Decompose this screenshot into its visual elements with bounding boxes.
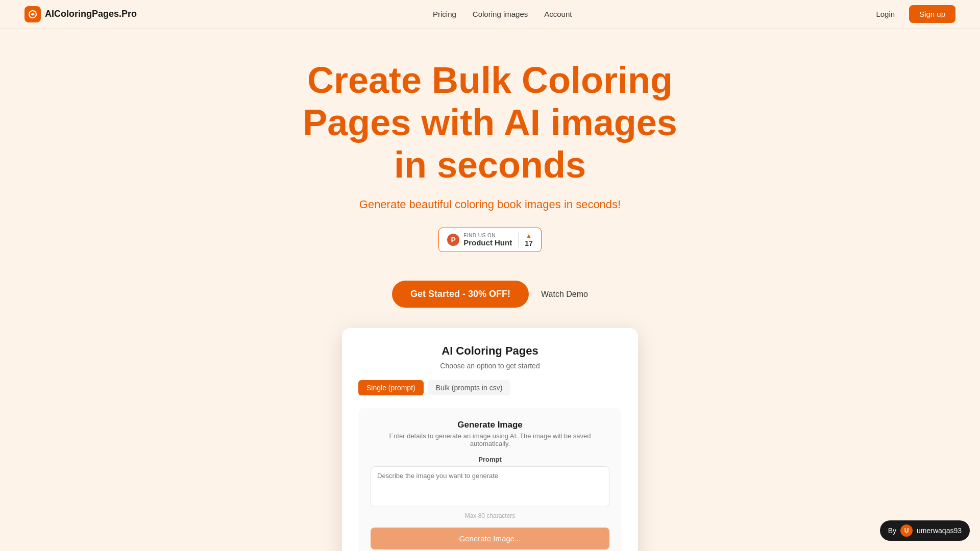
ph-name: Product Hunt <box>463 238 512 247</box>
username: umerwaqas93 <box>917 527 962 535</box>
cta-row: Get Started - 30% OFF! Watch Demo <box>10 281 970 308</box>
logo-icon <box>24 6 41 22</box>
tab-row: Single (prompt) Bulk (prompts in csv) <box>358 380 622 395</box>
logo-text: AIColoringPages.Pro <box>45 9 137 19</box>
signup-button[interactable]: Sign up <box>909 5 955 23</box>
prompt-textarea[interactable] <box>371 466 609 507</box>
tab-bulk-prompts[interactable]: Bulk (prompts in csv) <box>428 380 511 395</box>
get-started-button[interactable]: Get Started - 30% OFF! <box>392 281 529 308</box>
ph-find-label: FIND US ON <box>463 233 496 238</box>
nav-link-account[interactable]: Account <box>544 10 572 18</box>
nav-actions: Login Sign up <box>868 5 955 23</box>
product-hunt-badge[interactable]: P FIND US ON Product Hunt ▲ 17 <box>438 228 542 252</box>
app-card-title: AI Coloring Pages <box>358 344 622 358</box>
by-user-badge: By U umerwaqas93 <box>880 520 970 541</box>
by-label: By <box>888 527 896 535</box>
generate-title: Generate Image <box>371 420 609 430</box>
hero-subtitle: Generate beautiful coloring book images … <box>10 198 970 211</box>
app-card-subtitle: Choose an option to get started <box>358 362 622 370</box>
generate-image-button[interactable]: Generate Image... <box>371 528 609 549</box>
max-chars-hint: Max 80 characters <box>371 512 609 519</box>
user-avatar: U <box>900 524 913 537</box>
ph-arrow-icon: ▲ <box>526 232 532 239</box>
hero-title: Create Bulk Coloring Pages with AI image… <box>286 59 694 186</box>
app-preview-card: AI Coloring Pages Choose an option to ge… <box>342 328 638 551</box>
nav-links: Pricing Coloring images Account <box>433 10 572 18</box>
ph-number: 17 <box>525 239 533 247</box>
generate-box: Generate Image Enter details to generate… <box>358 408 622 551</box>
ph-vote-count: ▲ 17 <box>518 232 533 247</box>
tab-single-prompt[interactable]: Single (prompt) <box>358 380 424 395</box>
hero-section: Create Bulk Coloring Pages with AI image… <box>0 29 980 551</box>
ph-text: FIND US ON Product Hunt <box>463 233 512 247</box>
prompt-label: Prompt <box>371 456 609 463</box>
nav-link-pricing[interactable]: Pricing <box>433 10 456 18</box>
nav-logo[interactable]: AIColoringPages.Pro <box>24 6 137 22</box>
watch-demo-button[interactable]: Watch Demo <box>541 290 588 299</box>
nav-link-coloring[interactable]: Coloring images <box>473 10 528 18</box>
navbar: AIColoringPages.Pro Pricing Coloring ima… <box>0 0 980 29</box>
ph-logo-icon: P <box>447 234 459 246</box>
login-button[interactable]: Login <box>868 6 903 22</box>
generate-description: Enter details to generate an image using… <box>371 432 609 447</box>
